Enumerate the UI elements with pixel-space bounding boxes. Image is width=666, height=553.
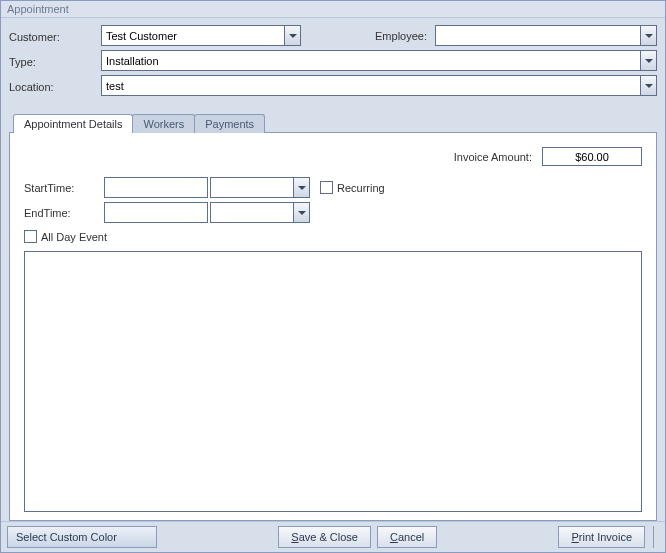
employee-input[interactable] (436, 26, 640, 45)
chevron-down-icon (289, 34, 297, 38)
location-dropdown-button[interactable] (640, 76, 656, 95)
all-day-wrap: All Day Event (24, 230, 642, 243)
print-invoice-rest: rint Invoice (579, 531, 632, 543)
employee-dropdown-button[interactable] (640, 26, 656, 45)
type-dropdown-button[interactable] (640, 51, 656, 70)
location-input[interactable] (102, 76, 640, 95)
type-label: Type: (9, 54, 101, 68)
start-time-input[interactable] (211, 178, 293, 197)
button-bar: Select Custom Color Save & Close Cancel … (1, 521, 665, 552)
start-time-dropdown-button[interactable] (293, 178, 309, 197)
tab-appointment-details[interactable]: Appointment Details (13, 114, 133, 133)
save-close-button[interactable]: Save & Close (278, 526, 371, 548)
cancel-hotkey: C (390, 531, 398, 543)
start-time-label: StartTime: (24, 182, 104, 194)
customer-input[interactable] (102, 26, 284, 45)
tabs-area: Appointment Details Workers Payments Inv… (1, 107, 665, 521)
employee-combo[interactable] (435, 25, 657, 46)
tab-payments[interactable]: Payments (194, 114, 265, 133)
save-close-hotkey: S (291, 531, 298, 543)
end-time-label: EndTime: (24, 207, 104, 219)
chevron-down-icon (298, 211, 306, 215)
invoice-amount-field[interactable] (542, 147, 642, 166)
start-date-input[interactable] (104, 177, 208, 198)
print-invoice-hotkey: P (571, 531, 578, 543)
location-combo[interactable] (101, 75, 657, 96)
chevron-down-icon (645, 84, 653, 88)
end-time-dropdown-button[interactable] (293, 203, 309, 222)
location-label: Location: (9, 79, 101, 93)
appointment-window: Appointment Customer: Employee: Type: (0, 0, 666, 553)
header-form: Customer: Employee: Type: (1, 18, 665, 107)
employee-label: Employee: (301, 30, 435, 42)
chevron-down-icon (298, 186, 306, 190)
invoice-amount-label: Invoice Amount: (454, 151, 532, 163)
recurring-checkbox[interactable] (320, 181, 333, 194)
end-date-input[interactable] (104, 202, 208, 223)
end-time-combo[interactable] (210, 202, 310, 223)
tabstrip: Appointment Details Workers Payments (9, 114, 657, 133)
cancel-button[interactable]: Cancel (377, 526, 437, 548)
save-close-rest: ave & Close (299, 531, 358, 543)
select-custom-color-button[interactable]: Select Custom Color (7, 526, 157, 548)
chevron-down-icon (645, 34, 653, 38)
customer-combo[interactable] (101, 25, 301, 46)
all-day-checkbox[interactable] (24, 230, 37, 243)
tab-panel-details: Invoice Amount: StartTime: Recurring (9, 132, 657, 521)
window-title: Appointment (1, 1, 665, 18)
print-invoice-button[interactable]: Print Invoice (558, 526, 645, 548)
end-time-input[interactable] (211, 203, 293, 222)
type-input[interactable] (102, 51, 640, 70)
chevron-down-icon (645, 59, 653, 63)
all-day-label: All Day Event (41, 231, 107, 243)
cancel-rest: ancel (398, 531, 424, 543)
recurring-label: Recurring (337, 182, 385, 194)
tab-workers[interactable]: Workers (132, 114, 195, 133)
start-time-combo[interactable] (210, 177, 310, 198)
notes-textarea[interactable] (24, 251, 642, 512)
customer-label: Customer: (9, 29, 101, 43)
type-combo[interactable] (101, 50, 657, 71)
right-separator (653, 526, 659, 548)
customer-dropdown-button[interactable] (284, 26, 300, 45)
